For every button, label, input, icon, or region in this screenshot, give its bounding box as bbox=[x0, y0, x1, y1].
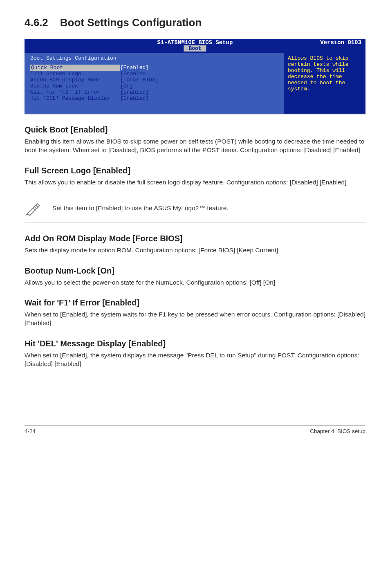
bios-row: Quick Boot[Enabled] bbox=[30, 65, 278, 71]
paragraph: Enabling this item allows the BIOS to sk… bbox=[25, 137, 365, 155]
note-text: Set this item to [Enabled] to use the AS… bbox=[52, 204, 229, 212]
subheading-hit-del: Hit 'DEL' Message Display [Enabled] bbox=[25, 339, 365, 348]
bios-row-label: Full Screen Logo bbox=[30, 71, 120, 77]
bios-row-value: [Enabled] bbox=[120, 65, 149, 71]
bios-body: Boot Settings Configuration Quick Boot[E… bbox=[25, 53, 365, 114]
bios-header: S1-AT5NM10E BIOS Setup Boot Version 0103 bbox=[25, 39, 365, 53]
paragraph: This allows you to enable or disable the… bbox=[25, 178, 365, 186]
bios-panel-title: Boot Settings Configuration bbox=[30, 55, 278, 61]
bios-row-value: [Enabled] bbox=[120, 95, 149, 101]
bios-screenshot: S1-AT5NM10E BIOS Setup Boot Version 0103… bbox=[25, 39, 365, 114]
bios-row-value: [Force BIOS] bbox=[120, 77, 159, 83]
subheading-full-screen-logo: Full Screen Logo [Enabled] bbox=[25, 166, 365, 175]
svg-line-1 bbox=[34, 206, 37, 209]
bios-row: Wait For 'F1' If Error[Enabled] bbox=[30, 89, 278, 95]
bios-row-label: AddOn ROM Display Mode bbox=[30, 77, 120, 83]
bios-tab-boot: Boot bbox=[184, 45, 206, 52]
note-pencil-icon bbox=[25, 198, 43, 218]
subheading-bootup-numlock: Bootup Num-Lock [On] bbox=[25, 266, 365, 276]
bios-version: Version 0103 bbox=[320, 39, 361, 46]
svg-line-0 bbox=[36, 205, 38, 208]
bios-product-title: S1-AT5NM10E BIOS Setup bbox=[25, 39, 365, 46]
footer-chapter: Chapter 4: BIOS setup bbox=[310, 428, 365, 434]
bios-row: Full Screen Logo[Enabled bbox=[30, 71, 278, 77]
section-heading: 4.6.2 Boot Settings Configuration bbox=[25, 16, 365, 29]
subheading-addon-rom: Add On ROM Display Mode [Force BIOS] bbox=[25, 234, 365, 243]
bios-row-label: Quick Boot bbox=[30, 65, 120, 71]
subheading-quick-boot: Quick Boot [Enabled] bbox=[25, 125, 365, 135]
paragraph: When set to [Enabled], the system waits … bbox=[25, 310, 365, 328]
paragraph: Sets the display mode for option ROM. Co… bbox=[25, 246, 365, 254]
section-number: 4.6.2 bbox=[25, 16, 48, 29]
bios-row-value: [Enabled bbox=[120, 71, 146, 77]
note-callout: Set this item to [Enabled] to use the AS… bbox=[25, 194, 365, 222]
bios-row: Bootup Num-Lock[On] bbox=[30, 83, 278, 89]
bios-row-label: Hit 'DEL' Message Display bbox=[30, 95, 120, 101]
bios-row: Hit 'DEL' Message Display[Enabled] bbox=[30, 95, 278, 101]
bios-help-text: Allows BIOS to skip certain tests while … bbox=[288, 55, 348, 92]
page-number: 4-24 bbox=[25, 428, 36, 434]
bios-row-value: [On] bbox=[120, 83, 133, 89]
page-footer: 4-24 Chapter 4: BIOS setup bbox=[25, 425, 365, 434]
paragraph: Allows you to select the power-on state … bbox=[25, 278, 365, 287]
bios-row-value: [Enabled] bbox=[120, 89, 149, 95]
subheading-wait-f1: Wait for 'F1' If Error [Enabled] bbox=[25, 298, 365, 307]
bios-row-label: Wait For 'F1' If Error bbox=[30, 89, 120, 95]
bios-settings-panel: Boot Settings Configuration Quick Boot[E… bbox=[25, 53, 284, 114]
bios-row: AddOn ROM Display Mode[Force BIOS] bbox=[30, 77, 278, 83]
svg-line-2 bbox=[33, 208, 35, 210]
bios-row-label: Bootup Num-Lock bbox=[30, 83, 120, 89]
section-title: Boot Settings Configuration bbox=[60, 16, 202, 29]
bios-help-panel: Allows BIOS to skip certain tests while … bbox=[284, 53, 365, 114]
paragraph: When set to [Enabled], the system displa… bbox=[25, 351, 365, 368]
